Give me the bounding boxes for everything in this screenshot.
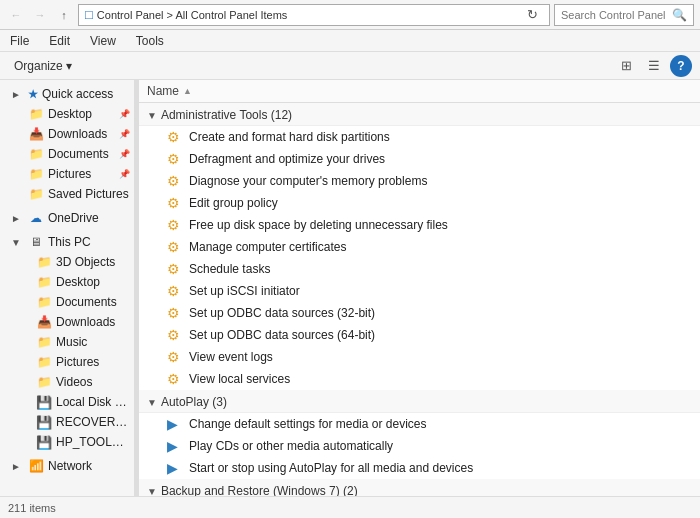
organize-label: Organize xyxy=(14,59,63,73)
list-item[interactable]: ⚙ Edit group policy xyxy=(139,192,700,214)
view-toggle-button[interactable]: ⊞ xyxy=(614,55,638,77)
back-button[interactable]: ← xyxy=(6,5,26,25)
folder-icon: 📁 xyxy=(36,274,52,290)
spacer xyxy=(8,394,32,410)
help-button[interactable]: ? xyxy=(670,55,692,77)
item-icon: ⚙ xyxy=(167,217,183,233)
sidebar-quick-access-header[interactable]: ► ★ Quick access xyxy=(0,84,134,104)
list-item[interactable]: ⚙ View local services xyxy=(139,368,700,390)
pin-icon: 📌 xyxy=(119,149,130,159)
sidebar-item-downloads-quick[interactable]: 📥 Downloads 📌 xyxy=(0,124,134,144)
quick-access-chevron-icon: ► xyxy=(8,86,24,102)
address-bar[interactable]: □ Control Panel > All Control Panel Item… xyxy=(78,4,550,26)
organize-button[interactable]: Organize ▾ xyxy=(8,57,78,75)
item-icon: ⚙ xyxy=(167,173,183,189)
menubar: File Edit View Tools xyxy=(0,30,700,52)
refresh-button[interactable]: ↻ xyxy=(521,4,543,26)
sidebar-item-hp-tools[interactable]: 💾 HP_TOOLS (F:) xyxy=(0,432,134,452)
list-item[interactable]: ⚙ Schedule tasks xyxy=(139,258,700,280)
address-text: Control Panel > All Control Panel Items xyxy=(97,9,517,21)
search-input[interactable] xyxy=(561,9,672,21)
item-label: Start or stop using AutoPlay for all med… xyxy=(189,461,692,475)
item-icon: ⚙ xyxy=(167,283,183,299)
content-area: Name ▲ ▼ Administrative Tools (12) ⚙ Cre… xyxy=(139,80,700,496)
group-backup-restore[interactable]: ▼ Backup and Restore (Windows 7) (2) xyxy=(139,479,700,496)
up-button[interactable]: ↑ xyxy=(54,5,74,25)
item-icon: ▶ xyxy=(167,416,183,432)
spacer xyxy=(8,354,32,370)
item-label: Set up ODBC data sources (64-bit) xyxy=(189,328,692,342)
list-item[interactable]: ▶ Play CDs or other media automatically xyxy=(139,435,700,457)
column-header[interactable]: Name ▲ xyxy=(139,80,700,103)
sidebar-item-downloads-pc[interactable]: 📥 Downloads xyxy=(0,312,134,332)
search-bar[interactable]: 🔍 xyxy=(554,4,694,26)
quick-access-label: Quick access xyxy=(42,87,130,101)
spacer xyxy=(8,294,32,310)
sidebar-item-this-pc[interactable]: ▼ 🖥 This PC xyxy=(0,232,134,252)
item-label: View event logs xyxy=(189,350,692,364)
sidebar-item-saved-pictures[interactable]: 📁 Saved Pictures xyxy=(0,184,134,204)
list-item[interactable]: ▶ Start or stop using AutoPlay for all m… xyxy=(139,457,700,479)
group-administrative-tools[interactable]: ▼ Administrative Tools (12) xyxy=(139,103,700,126)
item-label: Set up ODBC data sources (32-bit) xyxy=(189,306,692,320)
group-autoplay[interactable]: ▼ AutoPlay (3) xyxy=(139,390,700,413)
menu-view[interactable]: View xyxy=(86,33,120,49)
sidebar-item-pictures-pc[interactable]: 📁 Pictures xyxy=(0,352,134,372)
sidebar-item-local-disk[interactable]: 💾 Local Disk (C:) xyxy=(0,392,134,412)
pc-chevron: ▼ xyxy=(8,234,24,250)
sidebar-item-network[interactable]: ► 📶 Network xyxy=(0,456,134,476)
sidebar-item-recovery[interactable]: 💾 RECOVERY (E:) xyxy=(0,412,134,432)
folder-icon: 📁 xyxy=(28,166,44,182)
sidebar-item-desktop-pc[interactable]: 📁 Desktop xyxy=(0,272,134,292)
folder-icon: 📁 xyxy=(36,354,52,370)
list-item[interactable]: ⚙ Set up ODBC data sources (64-bit) xyxy=(139,324,700,346)
item-icon: ⚙ xyxy=(167,371,183,387)
list-item[interactable]: ⚙ Defragment and optimize your drives xyxy=(139,148,700,170)
address-icon: □ xyxy=(85,7,93,22)
list-item[interactable]: ⚙ Set up iSCSI initiator xyxy=(139,280,700,302)
sidebar-item-3dobjects[interactable]: 📁 3D Objects xyxy=(0,252,134,272)
spacer xyxy=(8,186,24,202)
item-icon: ⚙ xyxy=(167,349,183,365)
menu-tools[interactable]: Tools xyxy=(132,33,168,49)
pin-icon: 📌 xyxy=(119,109,130,119)
list-item[interactable]: ⚙ View event logs xyxy=(139,346,700,368)
list-item[interactable]: ⚙ Set up ODBC data sources (32-bit) xyxy=(139,302,700,324)
list-item[interactable]: ⚙ Create and format hard disk partitions xyxy=(139,126,700,148)
group-chevron-icon: ▼ xyxy=(147,110,157,121)
item-icon: ▶ xyxy=(167,438,183,454)
sidebar: ► ★ Quick access 📁 Desktop 📌 📥 Downloads… xyxy=(0,80,135,496)
item-icon: ▶ xyxy=(167,460,183,476)
menu-edit[interactable]: Edit xyxy=(45,33,74,49)
sidebar-item-documents-pc[interactable]: 📁 Documents xyxy=(0,292,134,312)
network-icon: 📶 xyxy=(28,458,44,474)
spacer xyxy=(8,334,32,350)
list-item[interactable]: ⚙ Diagnose your computer's memory proble… xyxy=(139,170,700,192)
item-label: Manage computer certificates xyxy=(189,240,692,254)
item-icon: ⚙ xyxy=(167,129,183,145)
sidebar-item-documents-quick[interactable]: 📁 Documents 📌 xyxy=(0,144,134,164)
spacer xyxy=(8,166,24,182)
forward-button[interactable]: → xyxy=(30,5,50,25)
name-column-header[interactable]: Name ▲ xyxy=(147,84,192,98)
disk-icon: 💾 xyxy=(36,434,52,450)
sidebar-item-desktop-quick[interactable]: 📁 Desktop 📌 xyxy=(0,104,134,124)
folder-icon: 📁 xyxy=(36,374,52,390)
sidebar-item-pictures-quick[interactable]: 📁 Pictures 📌 xyxy=(0,164,134,184)
name-column-label: Name xyxy=(147,84,179,98)
sidebar-item-music[interactable]: 📁 Music xyxy=(0,332,134,352)
spacer xyxy=(8,374,32,390)
list-item[interactable]: ▶ Change default settings for media or d… xyxy=(139,413,700,435)
item-icon: ⚙ xyxy=(167,305,183,321)
sidebar-item-videos[interactable]: 📁 Videos xyxy=(0,372,134,392)
sidebar-item-onedrive[interactable]: ► ☁ OneDrive xyxy=(0,208,134,228)
menu-file[interactable]: File xyxy=(6,33,33,49)
list-item[interactable]: ⚙ Manage computer certificates xyxy=(139,236,700,258)
download-folder-icon: 📥 xyxy=(36,314,52,330)
list-item[interactable]: ⚙ Free up disk space by deleting unneces… xyxy=(139,214,700,236)
address-bar-row: ← → ↑ □ Control Panel > All Control Pane… xyxy=(0,0,700,30)
spacer xyxy=(8,106,24,122)
main-layout: ► ★ Quick access 📁 Desktop 📌 📥 Downloads… xyxy=(0,80,700,496)
item-label: View local services xyxy=(189,372,692,386)
view-details-button[interactable]: ☰ xyxy=(642,55,666,77)
